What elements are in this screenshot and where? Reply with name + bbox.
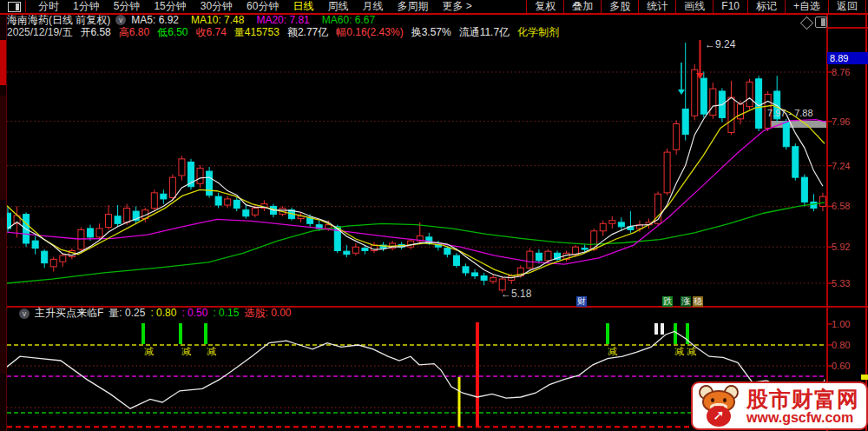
quote-field-8: 换3.57%: [411, 25, 451, 40]
menu-item-4[interactable]: 30分钟: [194, 0, 240, 13]
indicator-axis-label-1: 0.80: [832, 340, 866, 350]
current-price-badge: 8.89: [827, 52, 868, 64]
strip-active-segment[interactable]: [0, 40, 6, 85]
strip-segment[interactable]: [0, 96, 6, 200]
indicator-params: 量: 0.25: 0.80: 0.50: 0.15选股: 0.00: [108, 306, 296, 321]
value-end-tick: [861, 375, 868, 380]
high-annotation: ←9.24: [705, 38, 735, 50]
menu-tool-1[interactable]: 叠加: [563, 0, 601, 13]
chevron-down-icon[interactable]: v: [19, 308, 30, 319]
main-chart-canvas[interactable]: [0, 0, 868, 431]
quote-field-0: 2025/12/19/五: [7, 25, 72, 40]
stock-chart-app: 分时1分钟5分钟15分钟30分钟60分钟日线周线月线多周期更多 > 复权叠加多股…: [0, 0, 868, 431]
strip-segment[interactable]: [0, 217, 6, 374]
price-axis-label-2: 7.24: [832, 161, 866, 171]
watermark: ➚ 股市财富网 www.gscfw.com: [691, 381, 868, 430]
quote-field-3: 低6.50: [157, 25, 187, 40]
period-menu: 分时1分钟5分钟15分钟30分钟60分钟日线周线月线多周期更多 >: [31, 0, 479, 13]
price-axis-label-0: 8.76: [832, 67, 866, 77]
event-marker-2[interactable]: 涨: [681, 296, 691, 307]
indicator-param-3: : 0.15: [213, 307, 239, 319]
low-annotation: ←5.18: [501, 288, 531, 300]
chevron-down-icon[interactable]: v: [115, 15, 126, 25]
watermark-title: 股市财富网: [746, 388, 859, 410]
range-annotation: 7.97 - 7.88: [767, 108, 813, 118]
quote-field-1: 开6.58: [80, 25, 110, 40]
tools-menu: 复权叠加多股统计画线F10标记+自选返回: [526, 0, 866, 13]
price-axis-label-1: 7.96: [832, 116, 866, 127]
indicator-param-2: : 0.50: [181, 307, 207, 319]
event-marker-3[interactable]: 稳: [693, 296, 703, 307]
event-marker-0[interactable]: 财: [576, 296, 587, 307]
quote-field-2: 高6.80: [119, 25, 149, 40]
menu-item-10[interactable]: 更多 >: [435, 0, 478, 13]
bull-logo-icon: ➚: [696, 385, 741, 427]
menu-tool-6[interactable]: 标记: [747, 0, 785, 13]
quote-field-5: 量415753: [234, 25, 279, 40]
quote-field-4: 收6.74: [195, 25, 226, 40]
menu-tool-7[interactable]: +自选: [785, 0, 828, 13]
price-axis-label-3: 6.58: [832, 201, 866, 211]
menu-item-5[interactable]: 60分钟: [240, 0, 286, 13]
window-split-icon[interactable]: [8, 2, 21, 12]
menu-tool-2[interactable]: 多股: [601, 0, 638, 13]
menu-tool-4[interactable]: 画线: [675, 0, 713, 13]
menu-item-7[interactable]: 周线: [320, 0, 355, 13]
left-tool-strip[interactable]: [0, 0, 7, 431]
price-axis-label-4: 5.92: [832, 242, 866, 252]
indicator-param-0: 量: 0.25: [108, 307, 145, 319]
menu-tool-3[interactable]: 统计: [638, 0, 675, 13]
indicator-header: v 主升买点来临F 量: 0.25: 0.80: 0.50: 0.15选股: 0…: [7, 307, 823, 320]
quote-field-7: 幅0.16(2.43%): [336, 25, 403, 40]
jian-label-3: 减: [608, 345, 617, 358]
top-menu-bar: 分时1分钟5分钟15分钟30分钟60分钟日线周线月线多周期更多 > 复权叠加多股…: [0, 0, 868, 15]
event-marker-1[interactable]: 跌: [662, 296, 673, 307]
jian-label-4: 减: [674, 345, 684, 358]
price-axis-label-5: 5.33: [832, 278, 866, 288]
jian-label-2: 减: [207, 345, 216, 358]
watermark-url: www.gscfw.com: [746, 410, 859, 425]
quote-field-9: 流通11.7亿: [459, 25, 510, 40]
menu-item-8[interactable]: 月线: [355, 0, 390, 13]
menu-item-0[interactable]: 分时: [31, 0, 66, 13]
menu-tool-5[interactable]: F10: [713, 0, 747, 13]
menu-item-6[interactable]: 日线: [286, 0, 320, 13]
border-axis: [826, 13, 828, 431]
indicator-axis-label-2: 0.60: [832, 361, 866, 371]
indicator-axis-label-0: 1.00: [832, 319, 866, 329]
indicator-param-1: : 0.80: [150, 307, 176, 319]
quote-field-10: 化学制剂: [517, 25, 559, 40]
menu-item-1[interactable]: 1分钟: [66, 0, 107, 13]
indicator-name[interactable]: 主升买点来临F: [35, 306, 103, 321]
menu-item-2[interactable]: 5分钟: [107, 0, 148, 13]
quote-field-6: 额2.77亿: [287, 25, 328, 40]
menu-item-9[interactable]: 多周期: [390, 0, 435, 13]
indicator-param-4: 选股: 0.00: [244, 307, 291, 319]
menu-separator: [25, 1, 26, 12]
menu-tool-8[interactable]: 返回: [828, 0, 866, 13]
menu-item-3[interactable]: 15分钟: [147, 0, 193, 13]
menu-tool-0[interactable]: 复权: [526, 0, 563, 13]
jian-label-0: 减: [144, 345, 154, 358]
jian-label-5: 减: [687, 345, 696, 358]
quote-info-bar: 2025/12/19/五开6.58高6.80低6.50收6.74量415753额…: [7, 26, 866, 38]
jian-label-1: 减: [181, 345, 191, 358]
